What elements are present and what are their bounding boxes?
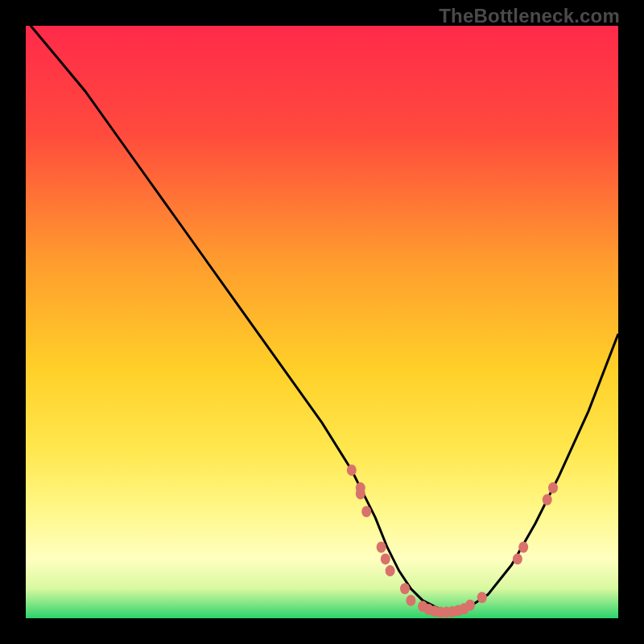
data-marker	[400, 583, 410, 594]
data-marker	[386, 565, 395, 576]
data-marker	[361, 506, 371, 518]
data-marker	[543, 494, 552, 506]
data-marker	[347, 464, 357, 476]
data-marker	[477, 592, 487, 603]
data-marker	[377, 542, 386, 553]
data-marker	[513, 553, 522, 564]
gradient-background	[26, 26, 618, 618]
watermark-text: TheBottleneck.com	[439, 5, 620, 27]
chart-svg	[26, 26, 618, 618]
data-marker	[356, 488, 365, 499]
data-marker	[406, 595, 415, 606]
plot-area	[26, 26, 618, 618]
data-marker	[518, 542, 528, 553]
chart-container: TheBottleneck.com	[0, 0, 644, 644]
data-marker	[548, 482, 558, 493]
data-marker	[465, 600, 475, 611]
data-marker	[381, 553, 390, 564]
